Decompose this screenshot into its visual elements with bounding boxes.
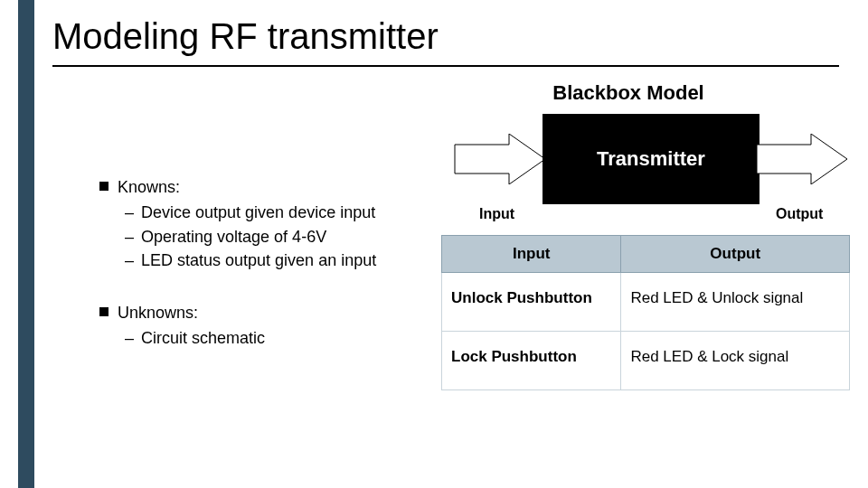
table-row: Lock Pushbutton Red LED & Lock signal	[442, 332, 850, 390]
transmitter-box: Transmitter	[542, 114, 760, 204]
title-rule	[52, 65, 839, 67]
table-row: Unlock Pushbutton Red LED & Unlock signa…	[442, 273, 850, 332]
knowns-label: Knowns:	[118, 176, 180, 198]
unknowns-block: Unknowns: –Circuit schematic	[99, 302, 407, 350]
table-header-row: Input Output	[442, 236, 850, 273]
svg-marker-1	[757, 134, 847, 184]
transmitter-label: Transmitter	[597, 147, 705, 171]
list-item: –LED status output given an input	[125, 249, 407, 271]
accent-bar	[18, 0, 34, 488]
square-bullet-icon	[99, 307, 108, 316]
unknowns-heading-row: Unknowns:	[99, 302, 407, 324]
unknown-item-text: Circuit schematic	[141, 327, 265, 349]
dash-icon: –	[125, 249, 134, 271]
arrow-right-icon	[752, 134, 852, 184]
dash-icon: –	[125, 202, 134, 223]
diagram-output-label: Output	[776, 206, 823, 222]
table-cell-output: Red LED & Lock signal	[621, 332, 850, 390]
arrow-right-icon	[450, 134, 550, 184]
svg-marker-0	[455, 134, 545, 184]
io-table: Input Output Unlock Pushbutton Red LED &…	[441, 235, 850, 390]
table-header-input: Input	[442, 236, 621, 273]
diagram-input-label: Input	[479, 206, 514, 222]
table-header-output: Output	[621, 236, 850, 273]
page-title: Modeling RF transmitter	[52, 16, 439, 57]
dash-icon: –	[125, 226, 134, 248]
list-item: –Device output given device input	[125, 202, 407, 223]
table-cell-output: Red LED & Unlock signal	[621, 273, 850, 332]
unknowns-label: Unknowns:	[118, 302, 198, 324]
unknowns-sublist: –Circuit schematic	[125, 327, 407, 349]
knowns-heading-row: Knowns:	[99, 176, 407, 198]
bullet-block: Knowns: –Device output given device inpu…	[99, 176, 407, 352]
table-cell-input: Lock Pushbutton	[442, 332, 621, 390]
list-item: –Operating voltage of 4-6V	[125, 226, 407, 248]
known-item-text: Device output given device input	[141, 202, 375, 223]
known-item-text: Operating voltage of 4-6V	[141, 226, 326, 248]
dash-icon: –	[125, 327, 134, 349]
slide: Modeling RF transmitter Knowns: –Device …	[0, 0, 868, 488]
table-cell-input: Unlock Pushbutton	[442, 273, 621, 332]
blackbox-heading: Blackbox Model	[547, 81, 710, 105]
knowns-sublist: –Device output given device input –Opera…	[125, 202, 407, 271]
known-item-text: LED status output given an input	[141, 249, 376, 271]
square-bullet-icon	[99, 182, 108, 191]
list-item: –Circuit schematic	[125, 327, 407, 349]
blackbox-diagram: Transmitter Input Output	[443, 114, 841, 230]
